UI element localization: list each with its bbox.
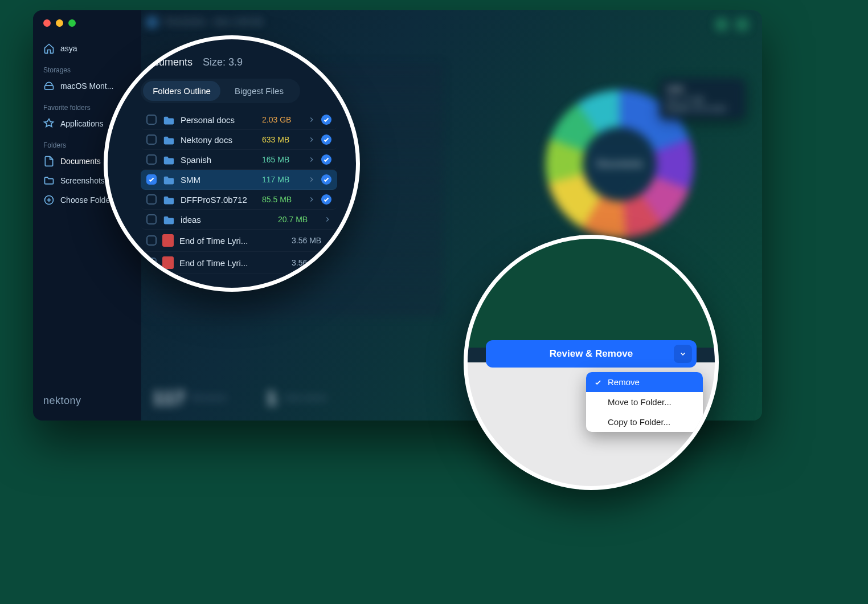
callout-header-size: Size: 3.9 (203, 56, 243, 68)
document-icon (43, 156, 55, 167)
header-right-icons (715, 18, 748, 31)
sidebar-applications-label: Applications (60, 119, 104, 128)
row-name: DFFProS7.0b712 (181, 195, 256, 205)
checkbox[interactable] (146, 134, 157, 145)
folder-icon (162, 115, 175, 125)
disk-icon (43, 80, 55, 92)
footer-selected-count-label: Folder selected (284, 394, 326, 402)
row-toggle[interactable] (321, 115, 331, 125)
chevron-right-icon[interactable] (324, 215, 331, 223)
menu-item[interactable]: Remove (586, 372, 703, 392)
header-size: Size: 3.99 GB (214, 17, 263, 27)
row-name: Personal docs (181, 115, 256, 125)
menu-item[interactable]: Copy to Folder... (586, 412, 703, 432)
folder-list: Personal docs2.03 GBNektony docs633 MBSp… (141, 110, 337, 274)
row-name: End of Time Lyri... (179, 236, 286, 246)
fullscreen-icon[interactable] (68, 19, 76, 27)
folder-row[interactable]: DFFProS7.0b71285.5 MB (141, 190, 337, 210)
folder-icon (162, 154, 175, 165)
sidebar-choose-label: Choose Folder (60, 195, 113, 205)
svg-rect-0 (45, 85, 54, 89)
sidebar-item-home[interactable]: asya (33, 39, 141, 58)
row-toggle[interactable] (321, 174, 331, 185)
sidebar-heading-storages: Storages (33, 58, 141, 76)
chevron-right-icon[interactable] (308, 156, 316, 164)
row-name: SMM (181, 175, 256, 185)
home-icon (43, 43, 55, 54)
tooltip-modified: Modified: 30 Jul 2023 (666, 105, 738, 113)
sidebar-home-label: asya (60, 44, 77, 53)
footer-selected-count: 1 (266, 387, 277, 409)
tooltip-size: Size: 117 MB (666, 96, 738, 104)
chevron-right-icon[interactable] (308, 116, 316, 124)
row-size: 117 MB (262, 175, 302, 184)
review-remove-label: Review & Remove (550, 348, 633, 360)
folder-icon (162, 174, 175, 185)
callout-folder-list: Documents Size: 3.9 Folders Outline Bigg… (104, 35, 360, 292)
settings-icon[interactable] (736, 18, 748, 31)
checkbox[interactable] (146, 174, 157, 185)
row-size: 85.5 MB (262, 195, 302, 204)
checkbox[interactable] (146, 115, 157, 125)
folder-icon (162, 194, 175, 205)
chat-icon[interactable] (715, 18, 728, 31)
menu-item-label: Copy to Folder... (608, 417, 670, 427)
chevron-right-icon[interactable] (308, 136, 316, 144)
checkbox[interactable] (146, 154, 157, 165)
menu-item-label: Move to Folder... (608, 397, 672, 407)
menu-item-label: Remove (608, 377, 640, 387)
sidebar-documents-label: Documents (60, 157, 101, 166)
callout-review-remove: Review & Remove RemoveMove to Folder...C… (464, 235, 719, 490)
row-name: Spanish (181, 155, 256, 165)
folder-row[interactable]: End of Time Lyri...3.56 MB (141, 230, 337, 252)
footer-selected-size-label: MB selected (192, 394, 227, 402)
folder-icon (43, 175, 55, 186)
folder-row[interactable]: Spanish165 MB (141, 150, 337, 170)
row-size: 165 MB (262, 155, 302, 164)
pdf-icon (162, 234, 174, 247)
chevron-right-icon[interactable] (308, 176, 316, 183)
chevron-right-icon[interactable] (308, 195, 316, 203)
dropdown-toggle[interactable] (674, 345, 692, 363)
minimize-icon[interactable] (56, 19, 63, 27)
plus-circle-icon (43, 194, 55, 206)
tooltip-title: SMM (666, 84, 738, 95)
folder-row[interactable]: Nektony docs633 MB (141, 130, 337, 150)
folder-icon (162, 134, 175, 145)
header-blurred: Documents Size: 3.99 GB (147, 17, 263, 27)
sidebar-screenshots-label: Screenshots (60, 176, 105, 185)
folder-icon (162, 214, 175, 225)
check-icon (594, 378, 603, 386)
view-tabs: Folders Outline Biggest Files (141, 79, 300, 103)
brand-logo: nektony (33, 395, 141, 410)
donut-center-label: Documents (597, 159, 643, 169)
donut-tooltip: SMM Size: 117 MB Modified: 30 Jul 2023 (660, 79, 745, 119)
row-size: 633 MB (262, 135, 302, 144)
row-size: 2.03 GB (262, 115, 302, 124)
row-size: 20.7 MB (278, 215, 318, 224)
row-name: ideas (181, 215, 272, 225)
row-name: Nektony docs (181, 135, 256, 145)
tab-folders-outline[interactable]: Folders Outline (143, 81, 220, 101)
menu-item[interactable]: Move to Folder... (586, 392, 703, 412)
footer-selected-size: 117 (153, 387, 185, 409)
checkbox[interactable] (146, 235, 157, 246)
header-title: Documents (165, 17, 206, 27)
row-toggle[interactable] (321, 134, 331, 145)
footer-bar: 117 MB selected 1 Folder selected (153, 387, 326, 409)
folder-row[interactable]: SMM117 MB (141, 170, 337, 190)
window-controls (43, 19, 76, 27)
folder-icon (147, 17, 157, 27)
review-remove-button[interactable]: Review & Remove (486, 340, 697, 368)
pdf-icon (162, 256, 174, 269)
tab-biggest-files[interactable]: Biggest Files (220, 81, 298, 101)
checkbox[interactable] (146, 214, 157, 225)
row-toggle[interactable] (321, 154, 331, 165)
row-toggle[interactable] (321, 194, 331, 205)
close-icon[interactable] (43, 19, 51, 27)
folder-row[interactable]: Personal docs2.03 GB (141, 110, 337, 130)
action-menu: RemoveMove to Folder...Copy to Folder... (586, 372, 703, 432)
row-name: End of Time Lyri... (179, 258, 286, 268)
folder-row[interactable]: ideas20.7 MB (141, 210, 337, 230)
checkbox[interactable] (146, 194, 157, 205)
